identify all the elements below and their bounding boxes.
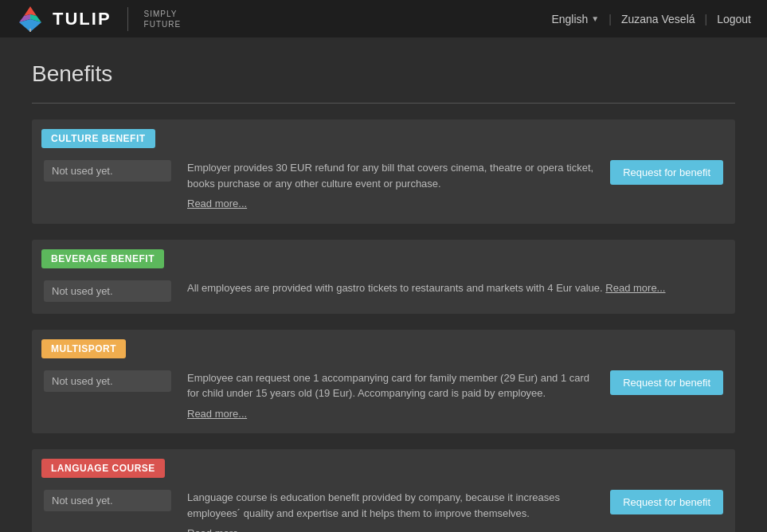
header-right: English ▼ | Zuzana Veselá | Logout <box>551 13 751 25</box>
benefit-card-culture: CULTURE BENEFITNot used yet.Employer pro… <box>32 119 735 224</box>
benefit-info-language: Language course is education benefit pro… <box>187 490 594 532</box>
request-benefit-button-language[interactable]: Request for benefit <box>610 490 723 514</box>
benefit-body-language: Not used yet.Language course is educatio… <box>32 478 735 532</box>
language-selector[interactable]: English ▼ <box>551 13 599 25</box>
logo-divider <box>127 7 128 31</box>
benefit-readmore-language[interactable]: Read more... <box>187 526 594 532</box>
logo: TULIP SIMPLY FUTURE <box>16 5 181 33</box>
benefit-readmore-beverage[interactable]: Read more... <box>605 282 665 294</box>
benefit-body-beverage: Not used yet.All employees are provided … <box>32 268 735 314</box>
benefit-card-beverage: BEVERAGE BENEFITNot used yet.All employe… <box>32 240 735 314</box>
benefit-header-multisport: MULTISPORT <box>41 339 126 358</box>
benefit-description-culture: Employer provides 30 EUR refund for any … <box>187 162 593 190</box>
benefit-card-multisport: MULTISPORTNot used yet.Employee can requ… <box>32 330 735 434</box>
benefit-description-multisport: Employee can request one 1 accompanying … <box>187 372 589 400</box>
language-label: English <box>551 13 588 25</box>
language-dropdown-arrow: ▼ <box>591 14 599 23</box>
benefit-status-beverage: Not used yet. <box>44 280 171 302</box>
header-separator-2: | <box>705 13 708 25</box>
request-benefit-button-culture[interactable]: Request for benefit <box>610 160 723 185</box>
header: TULIP SIMPLY FUTURE English ▼ | Zuzana V… <box>0 0 767 37</box>
benefit-body-multisport: Not used yet.Employee can request one 1 … <box>32 358 735 434</box>
benefit-info-multisport: Employee can request one 1 accompanying … <box>187 370 594 422</box>
user-name: Zuzana Veselá <box>621 13 695 25</box>
benefit-header-language: LANGUAGE COURSE <box>41 459 165 478</box>
benefit-status-multisport: Not used yet. <box>44 370 171 392</box>
benefits-container: CULTURE BENEFITNot used yet.Employer pro… <box>32 119 735 532</box>
benefit-readmore-multisport[interactable]: Read more... <box>187 406 594 422</box>
benefit-info-beverage: All employees are provided with gastro t… <box>187 280 723 296</box>
benefit-description-beverage: All employees are provided with gastro t… <box>187 282 605 294</box>
benefit-header-beverage: BEVERAGE BENEFIT <box>41 249 164 268</box>
benefit-action-multisport: Request for benefit <box>610 370 723 395</box>
benefit-header-culture: CULTURE BENEFIT <box>41 129 155 148</box>
benefit-status-culture: Not used yet. <box>44 160 171 182</box>
tulip-logo-icon <box>16 5 45 33</box>
benefit-card-language: LANGUAGE COURSENot used yet.Language cou… <box>32 449 735 532</box>
benefit-action-language: Request for benefit <box>610 490 723 514</box>
page-title: Benefits <box>32 61 735 87</box>
header-separator: | <box>609 13 612 25</box>
title-divider <box>32 103 735 104</box>
benefit-description-language: Language course is education benefit pro… <box>187 491 560 519</box>
benefit-body-culture: Not used yet.Employer provides 30 EUR re… <box>32 148 735 224</box>
logout-link[interactable]: Logout <box>717 13 751 25</box>
logo-text: TULIP <box>53 9 112 29</box>
benefit-action-culture: Request for benefit <box>610 160 723 185</box>
benefit-status-language: Not used yet. <box>44 490 171 511</box>
svg-rect-4 <box>29 29 31 32</box>
logo-subtitle: SIMPLY FUTURE <box>144 9 182 29</box>
benefit-info-culture: Employer provides 30 EUR refund for any … <box>187 160 594 212</box>
benefit-readmore-culture[interactable]: Read more... <box>187 196 594 212</box>
request-benefit-button-multisport[interactable]: Request for benefit <box>610 370 723 395</box>
page-content: Benefits CULTURE BENEFITNot used yet.Emp… <box>0 37 767 532</box>
